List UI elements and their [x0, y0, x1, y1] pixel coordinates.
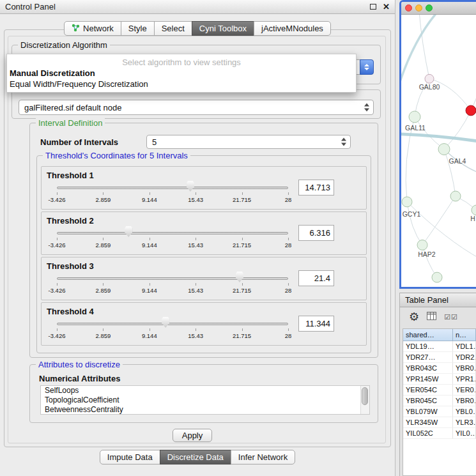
zoom-traffic-light-icon[interactable] — [426, 4, 433, 12]
bottom-tab-impute-data[interactable]: Impute Data — [100, 450, 160, 464]
combobox-stepper-icon[interactable] — [364, 104, 369, 112]
table-cell[interactable]: YPR145W — [403, 374, 453, 385]
table-cell[interactable]: YLR345W — [403, 417, 453, 428]
network-edge[interactable] — [401, 134, 476, 142]
network-window-titlebar[interactable] — [401, 2, 476, 15]
table-row[interactable]: YBR045CYBR0… — [403, 395, 476, 406]
column-header-shared-name[interactable]: shared… — [403, 329, 453, 341]
combobox-stepper-icon[interactable] — [341, 138, 346, 146]
slider-tick-label: -3.426 — [49, 242, 66, 249]
close-traffic-light-icon[interactable] — [405, 4, 412, 12]
table-cell[interactable]: YLR3… — [453, 417, 476, 428]
column-header-name[interactable]: n… — [453, 329, 476, 341]
slider-thumb[interactable] — [162, 317, 169, 328]
slider-thumb[interactable] — [236, 272, 243, 282]
tab-network[interactable]: Network — [64, 21, 121, 36]
table-cell[interactable]: YDL1… — [453, 341, 476, 352]
table-row[interactable]: YPR145WYPR1… — [403, 374, 476, 385]
table-data-combobox[interactable]: galFiltered.sif default node — [19, 100, 374, 115]
apply-button[interactable]: Apply — [173, 429, 212, 442]
threshold-value-field[interactable]: 6.316 — [298, 225, 334, 241]
table-row[interactable]: YDR27…YDR2… — [403, 352, 476, 363]
threshold-panel-2: Threshold 2 -3.4262.8599.14415.4321.7152… — [41, 211, 367, 255]
tab-cyni-toolbox[interactable]: Cyni Toolbox — [192, 21, 254, 36]
threshold-slider[interactable]: -3.4262.8599.14415.4321.71528 — [42, 257, 297, 301]
network-node-gal11[interactable] — [409, 111, 420, 123]
table-cell[interactable]: YBL0… — [453, 406, 476, 417]
slider-track[interactable] — [57, 187, 288, 189]
threshold-slider[interactable]: -3.4262.8599.14415.4321.71528 — [42, 212, 297, 256]
slider-tick-label: 15.43 — [188, 242, 203, 249]
slider-track[interactable] — [57, 277, 288, 280]
table-cell[interactable]: YBL079W — [403, 406, 453, 417]
bottom-tab-discretize-data[interactable]: Discretize Data — [160, 450, 231, 464]
table-header-row: shared… n… — [403, 329, 476, 341]
table-row[interactable]: YLR345WYLR3… — [403, 417, 476, 428]
slider-tick — [288, 192, 289, 195]
slider-thumb[interactable] — [187, 181, 194, 192]
bottom-tab-infer-network[interactable]: Infer Network — [231, 450, 295, 464]
threshold-value-field[interactable]: 11.344 — [298, 316, 334, 332]
table-cell[interactable]: YBR0… — [453, 363, 476, 374]
table-cell[interactable]: YDR27… — [403, 352, 453, 363]
network-edge[interactable] — [415, 117, 444, 150]
attribute-list-item[interactable]: TopologicalCoefficient — [41, 395, 369, 405]
scrollbar-thumb[interactable] — [362, 387, 368, 405]
network-node[interactable] — [432, 272, 442, 282]
table-cell[interactable]: YIL0… — [453, 428, 476, 439]
table-cell[interactable]: YIL052C — [403, 428, 453, 439]
network-canvas[interactable]: GAL80GAL11GAL4GCY1HAP2H — [401, 15, 476, 287]
table-cell[interactable]: YBR0… — [453, 395, 476, 406]
tab-select[interactable]: Select — [154, 21, 192, 36]
network-node[interactable] — [466, 105, 476, 116]
network-node-hap2[interactable] — [417, 240, 427, 250]
network-graph[interactable]: GAL80GAL11GAL4GCY1HAP2H — [401, 15, 476, 287]
network-edge[interactable] — [444, 111, 471, 150]
combobox-stepper-icon[interactable] — [360, 59, 374, 75]
attribute-list-item[interactable]: BetweennessCentrality — [41, 405, 369, 415]
slider-tick — [57, 328, 58, 331]
gear-icon[interactable]: ⚙ — [409, 311, 419, 323]
table-cell[interactable]: YPR1… — [453, 374, 476, 385]
slider-track[interactable] — [57, 323, 288, 325]
minimize-traffic-light-icon[interactable] — [415, 4, 422, 12]
vertical-scrollbar[interactable] — [360, 386, 369, 414]
network-node-gcy1[interactable] — [402, 197, 412, 207]
table-row[interactable]: YIL052CYIL0… — [403, 428, 476, 439]
float-window-icon[interactable] — [370, 4, 376, 10]
network-node[interactable] — [450, 191, 461, 201]
table-cell[interactable]: YER0… — [453, 385, 476, 395]
table-row[interactable]: YDL19…YDL1… — [403, 341, 476, 352]
close-icon[interactable]: ✕ — [383, 3, 390, 11]
threshold-value-field[interactable]: 14.713 — [298, 180, 334, 196]
attribute-list-item[interactable]: SelfLoops — [41, 386, 369, 395]
slider-tick — [57, 283, 58, 286]
table-cell[interactable]: YDL19… — [403, 341, 453, 352]
dropdown-item-equal-width-frequency[interactable]: Equal Width/Frequency Discretization — [7, 79, 356, 89]
table-cell[interactable]: YBR043C — [403, 363, 453, 374]
network-node-gal4[interactable] — [438, 144, 450, 155]
slider-track[interactable] — [57, 232, 288, 234]
threshold-value-field[interactable]: 21.4 — [298, 270, 334, 286]
table-row[interactable]: YBR043CYBR0… — [403, 363, 476, 374]
tab-label: Cyni Toolbox — [199, 24, 247, 33]
tab-jactivemnodules[interactable]: jActiveMNodules — [254, 21, 331, 36]
slider-thumb[interactable] — [125, 226, 132, 237]
table-cell[interactable]: YDR2… — [453, 352, 476, 363]
dropdown-item-manual-discretization[interactable]: Manual Discretization — [7, 68, 356, 79]
network-edge[interactable] — [407, 202, 422, 245]
table-cell[interactable]: YER054C — [403, 385, 453, 395]
tab-label: Infer Network — [238, 452, 288, 462]
columns-icon[interactable] — [427, 311, 436, 323]
table-cell[interactable]: YBR045C — [403, 395, 453, 406]
select-columns-checkbox-icon[interactable]: ☑☑ — [444, 313, 458, 321]
network-edge[interactable] — [444, 150, 456, 196]
threshold-slider[interactable]: -3.4262.8599.14415.4321.71528 — [42, 303, 297, 346]
tab-style[interactable]: Style — [121, 21, 155, 36]
threshold-slider[interactable]: -3.4262.8599.14415.4321.71528 — [42, 167, 297, 210]
table-data-combobox-value: galFiltered.sif default node — [24, 100, 357, 114]
table-row[interactable]: YBL079WYBL0… — [403, 406, 476, 417]
network-node-gal80[interactable] — [425, 74, 434, 83]
number-of-intervals-combobox[interactable]: 5 — [146, 135, 351, 149]
table-row[interactable]: YER054CYER0… — [403, 385, 476, 395]
